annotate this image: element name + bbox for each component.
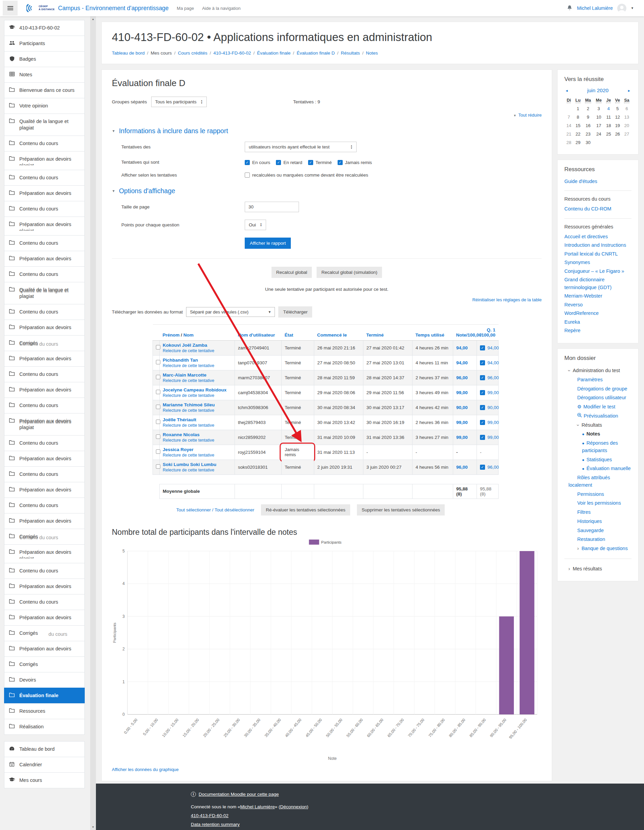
regrade-all-button[interactable]: Recalcul global (271, 267, 312, 278)
sidebar-item-pr-paration-aux-devoirs[interactable]: Préparation aux devoirs (4, 251, 85, 267)
section-caret-icon[interactable]: ▼ (112, 129, 115, 133)
student-name-link[interactable]: Jocelyne Campeau Robidoux (163, 387, 232, 393)
logout-link[interactable]: Déconnexion (280, 804, 307, 809)
sidebar-item-pr-paration-aux-devoirs[interactable]: Préparation aux devoirs (4, 610, 85, 626)
sidebar-item-pr-paration-aux-devoirs[interactable]: Préparation aux devoirs (4, 482, 85, 498)
tree-item-voir-les-permissions[interactable]: Voir les permissions (564, 499, 631, 508)
sidebar-item-contenu-du-cours[interactable]: Contenu du cours (4, 304, 85, 320)
download-button[interactable]: Télécharger (278, 306, 312, 318)
resource-link[interactable]: WordReference (564, 309, 631, 317)
tree-item-sauvegarde[interactable]: Sauvegarde (564, 526, 631, 535)
grade-link[interactable]: 96,00 (456, 465, 468, 470)
sidebar-item-pr-paration-aux-devoirs[interactable]: Préparation aux devoirsplagiat (4, 217, 85, 236)
sidebar-item-pr-paration-aux-devoirs[interactable]: Préparation aux devoirs (4, 451, 85, 467)
resource-link[interactable]: Grand dictionnaire terminologique (GDT) (564, 276, 631, 291)
calendar-day[interactable]: 30 (583, 138, 593, 147)
tree-item-administration-du-test[interactable]: ›Administration du test (564, 366, 631, 375)
sidebar-item-contenu-du-cours[interactable]: Contenu du cours (4, 170, 85, 186)
user-menu-name[interactable]: Michel Lalumière (577, 5, 613, 11)
review-attempt-link[interactable]: Relecture de cette tentative (163, 348, 232, 353)
footer-course-link[interactable]: 410-413-FD-60-02 (191, 813, 228, 818)
chevron-right-icon[interactable]: › (568, 565, 570, 572)
tree-item-r-ponses-des-participants[interactable]: ●Réponses des participants (564, 439, 631, 456)
resource-link[interactable]: Synonymes (564, 258, 631, 266)
grade-link[interactable]: 96,00 (456, 375, 468, 380)
sidebar-item-pr-paration-aux-devoirs[interactable]: Préparation aux devoirs (4, 320, 85, 336)
sidebar-item-badges[interactable]: Badges (4, 51, 85, 67)
q1-grade-link[interactable]: 94,00 (487, 360, 499, 365)
site-title-link[interactable]: Campus - Environnement d'apprentissage (58, 5, 168, 12)
calendar-day[interactable]: 28 (564, 138, 573, 147)
review-attempt-link[interactable]: Relecture de cette tentative (163, 393, 232, 398)
sidebar-item-corrig-s[interactable]: Corrigésdu cours (4, 625, 85, 641)
row-checkbox[interactable] (156, 390, 160, 394)
grade-link[interactable]: 94,00 (456, 360, 468, 365)
grade-link[interactable]: 90,00 (456, 405, 468, 410)
select-all-link[interactable]: Tout sélectionner (176, 507, 211, 512)
info-section-title[interactable]: Informations à inclure dans le rapport (119, 127, 228, 135)
calendar-day[interactable]: 4 (604, 105, 613, 113)
resource-link[interactable]: Merriam-Webster (564, 292, 631, 299)
footer-user-link[interactable]: Michel Lalumière (240, 804, 275, 809)
sidebar-item-pr-paration-aux-devoirs[interactable]: Préparation aux devoirsplagiat (4, 151, 85, 170)
student-name-link[interactable]: Jessica Royer (163, 447, 232, 452)
calendar-day[interactable]: 17 (593, 121, 604, 130)
row-checkbox[interactable] (156, 420, 160, 424)
sidebar-item-pr-paration-aux-devoirs[interactable]: Préparation aux devoirs (4, 578, 85, 594)
sidebar-item-pr-paration-aux-devoirs[interactable]: Préparation aux devoirsplagiat (4, 544, 85, 563)
breadcrumb-item[interactable]: Résultats (341, 51, 360, 55)
student-name-link[interactable]: Roxanne Nicolas (163, 432, 232, 437)
reset-table-link[interactable]: Réinitialiser les réglages de la table (472, 297, 542, 302)
q1-grade-link[interactable]: 96,00 (487, 465, 499, 470)
q1-grade-link[interactable]: 99,00 (487, 435, 499, 440)
tree-item-d-rogations-utilisateur[interactable]: Dérogations utilisateur (564, 393, 631, 402)
sort-grade-link[interactable]: Note/100,00 (456, 333, 482, 337)
download-format-select[interactable]: Séparé par des virgules (.csv) ▼ (186, 307, 275, 317)
tree-item-restauration[interactable]: Restauration (564, 535, 631, 544)
sort-q1-link[interactable]: Q. 1 (487, 327, 495, 333)
q1-grade-link[interactable]: 99,00 (487, 390, 499, 395)
sidebar-item-qualit-de-la-langue-et-plagiat[interactable]: Qualité de la langue et plagiat (4, 114, 85, 136)
calendar-day[interactable]: 12 (613, 113, 622, 121)
resource-link[interactable]: Portail lexical du CNRTL (564, 250, 631, 258)
sidebar-item-votre-opinion[interactable]: Votre opinion (4, 98, 85, 114)
review-attempt-link[interactable]: Relecture de cette tentative (163, 378, 232, 383)
resource-link[interactable]: Reverso (564, 301, 631, 309)
scroll-down-icon[interactable]: ▼ (90, 825, 96, 828)
display-section-title[interactable]: Options d'affichage (119, 187, 175, 195)
tree-item-d-rogations-de-groupe[interactable]: Dérogations de groupe (564, 384, 631, 393)
recalc-checkbox[interactable] (245, 173, 250, 177)
tree-item-r-sultats[interactable]: ›Résultats (564, 421, 631, 430)
sidebar-item-410-413-fd-60-02[interactable]: 410-413-FD-60-02 (4, 20, 85, 36)
resource-link[interactable]: Eureka (564, 318, 631, 326)
calendar-day[interactable]: 15 (573, 121, 583, 130)
student-name-link[interactable]: Joëlle Thériault (163, 417, 232, 422)
grade-link[interactable]: 99,00 (456, 390, 468, 395)
sidebar-item-corrig-s[interactable]: CorrigésContenu du cours (4, 529, 85, 545)
sidebar-item-qualit-de-la-langue-et[interactable]: Qualité de la langue etQualité de la lan… (4, 282, 85, 304)
row-checkbox[interactable] (156, 405, 160, 409)
sidebar-item-pr-paration-aux-devoirs[interactable]: Préparation aux devoirsPréparation aux d… (4, 413, 85, 436)
sidebar-item-r-alisation[interactable]: Réalisation (4, 719, 85, 735)
tree-item-banque-de-questions[interactable]: ›Banque de questions (564, 544, 631, 553)
sidebar-item-notes[interactable]: Notes (4, 67, 85, 83)
chevron-down-icon[interactable]: › (574, 425, 582, 426)
calendar-day[interactable]: 26 (613, 130, 622, 138)
page-size-input[interactable] (245, 202, 299, 212)
row-checkbox[interactable] (156, 434, 160, 439)
chart-data-link[interactable]: Afficher les données du graphique (112, 767, 179, 772)
user-menu-caret-icon[interactable]: ▼ (631, 6, 634, 10)
sidebar-item-pr-paration-aux-devoirs[interactable]: Préparation aux devoirs (4, 185, 85, 201)
groups-select[interactable]: Tous les participants ▲▼ (151, 97, 207, 107)
sidebar-item-contenu-du-cours[interactable]: Contenu du cours (4, 366, 85, 382)
sort-started-link[interactable]: Commencé le (317, 333, 347, 337)
sidebar-item-contenu-du-cours[interactable]: Contenu du cours (4, 497, 85, 513)
calendar-day[interactable]: 18 (604, 121, 613, 130)
attempts-from-select[interactable]: utilisateurs inscrits ayant effectué le … (245, 142, 357, 152)
tree-item-modifier-le-test[interactable]: ⚙Modifier le test (564, 402, 631, 412)
student-name-link[interactable]: Pichbandith Tan (163, 358, 232, 363)
sidebar-item-contenu-du-cours[interactable]: Contenu du cours (4, 201, 85, 217)
calendar-day[interactable]: 23 (583, 130, 593, 138)
chevron-right-icon[interactable]: › (577, 545, 579, 552)
calendar-prev-icon[interactable]: ◄ (565, 89, 568, 92)
